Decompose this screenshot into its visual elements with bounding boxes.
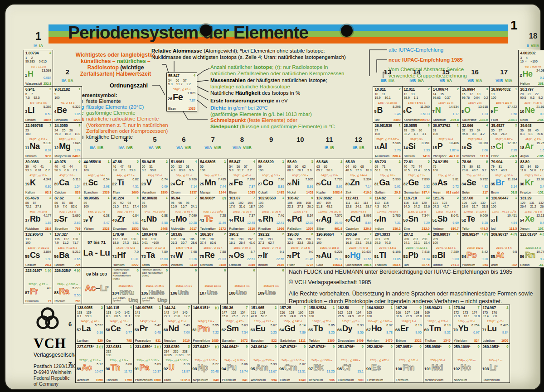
atomic-mass: 190.2: [229, 232, 238, 237]
number-and-symbol: 69Tm: [424, 324, 441, 333]
element-Hf: 178.49 6 177 178 180 18.6 27.3 35.1 181(…: [111, 231, 141, 268]
isotope-count: 7: [78, 232, 80, 236]
isotope-mass-numbers: 36 38 40: [520, 129, 544, 132]
atomic-mass: 238.0289: [164, 344, 180, 349]
element-symbol: Ir: [263, 251, 268, 259]
melting-or-boiling-point: -188.1: [508, 118, 517, 121]
radioisotope-line: 137(β⁻, γ) 30.2 a: [24, 246, 52, 249]
atomic-number: 72: [112, 254, 117, 259]
element-P: 30.973762 1 31 100 32(β⁻) 14 d 10.486 15…: [431, 122, 461, 159]
isotope-abundances: 26.4 21.2 26.9: [520, 205, 544, 208]
element-Cd: 112.411 8 111 112 114 12.8 24.1 28.7 109…: [344, 195, 373, 232]
melting-or-boiling-point: 900: [358, 378, 364, 382]
atomic-mass: 247.0703*: [309, 344, 325, 349]
isotope-count: 0: [253, 268, 255, 272]
element-name: Francium: [25, 300, 39, 303]
radioisotope-line: 263(α, sf) 1 s: [170, 284, 198, 287]
density: 10.07: [95, 370, 103, 373]
atomic-number: 77: [258, 254, 262, 259]
number-and-symbol: 86Rn: [520, 251, 535, 259]
isotope-mass-numbers: 182 184 186: [171, 237, 197, 241]
density: 6.97: [473, 331, 480, 334]
element-Pa: 231.0359* 1 (r) 231(α, γ) 3.3·10⁴a 5.89 …: [133, 344, 163, 383]
radioisotope-line: 223(β⁻, γ) 22 m: [24, 282, 52, 286]
element-symbol: Cu: [321, 179, 331, 187]
atomic-number: 95: [250, 367, 255, 371]
isotope-count: 2: [282, 232, 284, 236]
isotope-count: (r): [215, 305, 219, 310]
density: 6.25: [482, 221, 488, 224]
atomic-mass: 150.36: [222, 305, 233, 310]
number-and-symbol: 53I: [491, 215, 498, 223]
radioisotope-line: 182(β⁻, γ) 114 d: [141, 246, 169, 249]
element-symbol: Uno: [236, 290, 247, 295]
radioisotope-line: 28(β⁻, γ) 21 h: [53, 137, 81, 140]
melting-or-boiling-point: 986: [329, 378, 335, 382]
atomic-mass: 247.0703*: [280, 344, 296, 349]
atomic-mass: 26.981539: [374, 123, 392, 128]
isotope-count: 4: [195, 160, 197, 164]
atomic-number: 51: [432, 218, 437, 223]
atomic-mass: 87.62: [54, 196, 63, 200]
radioisotope-line: 8(β⁻) 842 ms: [24, 101, 52, 104]
number-and-symbol: 47Ag: [316, 215, 331, 223]
radioisotope-line: 195(ε, γ) 183 d: [316, 246, 343, 249]
melting-or-boiling-point: 156.2: [393, 227, 401, 230]
element-name: Mangan: [200, 191, 211, 194]
melting-or-boiling-point: 3180: [219, 263, 226, 266]
publisher-address: Postfach 1260/1280 D-6940 Weinheim Feder…: [34, 363, 80, 387]
element-symbol: Be: [57, 106, 67, 114]
ionization-energy: 5.55: [213, 324, 219, 327]
density: 8.58: [161, 221, 168, 224]
ionization-energy: 5.63: [242, 324, 248, 327]
melting-or-boiling-point: 1064.4: [333, 263, 342, 266]
element-name: Zink: [345, 191, 351, 194]
isotope-count: 0: [506, 344, 508, 348]
number-and-symbol: 95Am: [250, 363, 268, 372]
atomic-mass: 259.1009*: [454, 344, 471, 349]
element-symbol: Sr: [59, 215, 67, 223]
isotope-mass-numbers: 103: [258, 201, 285, 204]
atomic-number: 78: [287, 254, 291, 259]
isotope-count: 0: [224, 268, 226, 272]
element-symbol: Dy: [342, 324, 352, 333]
density: 0.86: [45, 185, 52, 188]
number-and-symbol: 87Fr: [25, 287, 38, 295]
number-and-symbol: 93Np: [193, 363, 208, 372]
isotope-count: 5: [369, 160, 371, 164]
element-symbol: Fe: [233, 179, 243, 187]
radioisotope-line: 210(ε, γ) 8 h: [490, 246, 518, 249]
isotope-mass-numbers: 147 152 154: [222, 311, 248, 314]
melting-or-boiling-point: -34.5: [510, 155, 517, 158]
element-Er: 167.26 6 166 167 168 33.6 22.9 26.8 169(…: [394, 305, 423, 344]
melting-or-boiling-point: 271.3: [451, 263, 459, 266]
isotope-mass-numbers: 111 112 114: [345, 201, 372, 204]
number-and-symbol: 97Bk: [308, 363, 323, 372]
ionization-energy: 6.82: [132, 178, 139, 181]
element-Xe: 131.29 9 129 131 132 26.4 21.2 26.9 133(…: [518, 195, 544, 232]
atomic-number: 64: [279, 328, 284, 332]
element-name: Silber: [316, 227, 325, 230]
atomic-mass: 65.39: [345, 160, 355, 164]
element-V: 50.9415 2 50 51 0.2 99.8 49(ε) 330 d 6.7…: [140, 159, 170, 195]
publisher-subname: Verlagsgesellschaft: [34, 352, 80, 358]
element-symbol: S: [466, 142, 472, 150]
legend-haeufigkeit: Natürliche Häufigkeit des Isotops in %: [210, 90, 374, 97]
element-name: Arsen: [433, 191, 441, 194]
atomic-number: 67: [366, 328, 371, 332]
atomic-number: 101: [424, 367, 431, 371]
element-Ne: 20.1797 3 20 21 22 90.5 0.3 9.2 23(β⁻, γ…: [518, 86, 544, 123]
radioisotope-line: 85(β⁻) 10.8 a: [519, 174, 544, 177]
element-He: 4.002602 2 3 4 10⁻⁴ ~100 6(β⁻) 808 ms 24…: [518, 50, 544, 87]
atomic-mass: 260.1053*: [483, 344, 500, 349]
atomic-mass: 121.75: [433, 196, 444, 200]
radioisotope-line: 166m(β⁻, γ) 1200 a: [366, 319, 393, 323]
density: 12.41: [276, 221, 284, 224]
ionization-energy: 11.260: [420, 105, 430, 108]
isotope-abundances: 47.8 52.2: [251, 315, 277, 318]
element-name: Chrom: [171, 191, 180, 194]
isotope-mass-numbers: 105 106 108: [287, 201, 314, 204]
isotope-abundances: 0.005 0.720 99.275: [164, 353, 190, 357]
isotope-count: 5: [428, 160, 430, 164]
number-and-symbol: 48Cd: [345, 215, 360, 223]
